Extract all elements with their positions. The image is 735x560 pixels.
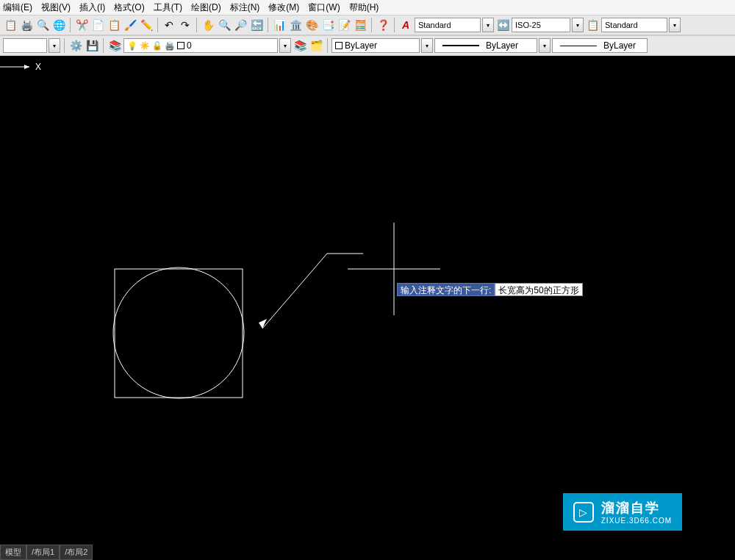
sheetset2-icon[interactable]: 📑 [320, 18, 335, 32]
layout-tabs: 模型 /布局1 /布局2 [0, 545, 93, 560]
dim-style-value: ISO-25 [515, 21, 541, 29]
preview-icon[interactable]: 🔍 [35, 18, 50, 32]
separator [371, 18, 372, 32]
toolpalettes-icon[interactable]: 🎨 [304, 18, 319, 32]
dimstyle-icon[interactable]: ↔️ [495, 18, 510, 32]
markup-icon[interactable]: 📝 [337, 18, 351, 32]
lineweight-value: ByLayer [603, 40, 636, 51]
workspace-settings-icon[interactable]: ⚙️ [68, 38, 83, 53]
text-style-select[interactable]: Standard [415, 18, 481, 32]
tab-layout2[interactable]: /布局2 [60, 545, 93, 560]
menu-view[interactable]: 视图(V) [41, 1, 71, 14]
table-style-select[interactable]: Standard [601, 18, 667, 32]
properties-icon[interactable]: 📊 [272, 18, 287, 32]
zoom-previous-icon[interactable]: 🔙 [249, 18, 264, 32]
menu-edit[interactable]: 编辑(E) [3, 1, 32, 14]
linetype-value: ByLayer [486, 40, 518, 51]
layer-manager-icon[interactable]: 📚 [107, 38, 122, 53]
ucs-icon: X [0, 56, 44, 78]
dropdown-arrow-icon[interactable]: ▾ [572, 18, 584, 32]
print-icon[interactable]: 🖨️ [19, 18, 34, 32]
layer-states-icon[interactable]: 🗂️ [309, 38, 323, 53]
textstyle-icon[interactable]: A [398, 18, 413, 32]
table-style-value: Standard [605, 21, 638, 29]
color-swatch [335, 42, 343, 49]
leader-arrowhead [259, 319, 267, 329]
designcenter-icon[interactable]: 🏛️ [288, 18, 303, 32]
layer-color-swatch [177, 42, 184, 49]
prompt-label: 输入注释文字的下一行: [397, 283, 495, 296]
separator [70, 18, 71, 32]
menu-dimension[interactable]: 标注(N) [230, 1, 260, 14]
copy-icon[interactable]: 📄 [90, 18, 105, 32]
dropdown-arrow-icon[interactable]: ▾ [482, 18, 494, 32]
workspace-select[interactable] [3, 38, 47, 53]
color-value: ByLayer [345, 40, 377, 51]
redo-icon[interactable]: ↷ [178, 18, 193, 32]
watermark-title: 溜溜自学 [601, 499, 672, 517]
separator [103, 38, 104, 53]
separator [196, 18, 197, 32]
workspace-save-icon[interactable]: 💾 [85, 38, 99, 53]
circle-entity [113, 268, 244, 398]
layer-select[interactable]: 💡 ☀️ 🔓 🖨️ 0 [123, 38, 278, 53]
cut-icon[interactable]: ✂️ [74, 18, 89, 32]
leader-entity [262, 254, 363, 329]
canvas-svg [0, 56, 735, 560]
menu-draw[interactable]: 绘图(D) [191, 1, 221, 14]
lineweight-preview [560, 46, 597, 46]
prompt-input[interactable]: 长宽高为50的正方形 [495, 283, 582, 296]
drawing-canvas[interactable]: 输入注释文字的下一行: 长宽高为50的正方形 X 模型 /布局1 /布局2 ▷ … [0, 56, 735, 560]
undo-icon[interactable]: ↶ [162, 18, 176, 32]
plot-icon: 🖨️ [165, 40, 175, 51]
tab-layout1[interactable]: /布局1 [26, 545, 60, 560]
menu-window[interactable]: 窗口(W) [308, 1, 340, 14]
quickcalc-icon[interactable]: 🧮 [353, 18, 368, 32]
menu-tools[interactable]: 工具(T) [154, 1, 182, 14]
sun-icon: ☀️ [140, 40, 150, 51]
menu-insert[interactable]: 插入(I) [79, 1, 105, 14]
linetype-select[interactable]: ByLayer [434, 38, 537, 53]
zoom-window-icon[interactable]: 🔎 [233, 18, 248, 32]
lightbulb-icon: 💡 [127, 40, 137, 51]
table-style-group: 📋 Standard ▾ [585, 18, 681, 32]
dim-style-group: ↔️ ISO-25 ▾ [495, 18, 584, 32]
dropdown-arrow-icon[interactable]: ▾ [421, 38, 433, 53]
layer-previous-icon[interactable]: 📚 [293, 38, 307, 53]
text-style-value: Standard [418, 21, 451, 29]
play-icon: ▷ [573, 502, 594, 523]
menu-format[interactable]: 格式(O) [114, 1, 144, 14]
svg-marker-1 [24, 65, 29, 69]
blockeditor-icon[interactable]: ✏️ [139, 18, 154, 32]
menu-bar: 编辑(E) 视图(V) 插入(I) 格式(O) 工具(T) 绘图(D) 标注(N… [0, 0, 735, 15]
watermark-url: ZIXUE.3D66.COM [601, 517, 672, 525]
separator [157, 18, 158, 32]
paste-icon[interactable]: 📋 [107, 18, 121, 32]
toolbar-main: 📋 🖨️ 🔍 🌐 ✂️ 📄 📋 🖌️ ✏️ ↶ ↷ ✋ 🔍 🔎 🔙 📊 🏛️ 🎨… [0, 15, 735, 35]
tablestyle-icon[interactable]: 📋 [585, 18, 600, 32]
publish-icon[interactable]: 🌐 [51, 18, 66, 32]
dropdown-arrow-icon[interactable]: ▾ [49, 38, 60, 53]
sheetset-icon[interactable]: 📋 [3, 18, 18, 32]
menu-help[interactable]: 帮助(H) [349, 1, 379, 14]
dynamic-input-prompt: 输入注释文字的下一行: 长宽高为50的正方形 [397, 283, 583, 296]
separator [268, 18, 268, 32]
watermark: ▷ 溜溜自学 ZIXUE.3D66.COM [563, 493, 682, 531]
help-icon[interactable]: ❓ [376, 18, 390, 32]
dropdown-arrow-icon[interactable]: ▾ [669, 18, 681, 32]
square-entity [115, 269, 243, 398]
text-style-group: A Standard ▾ [398, 18, 494, 32]
color-select[interactable]: ByLayer [331, 38, 420, 53]
separator [327, 38, 328, 53]
zoom-realtime-icon[interactable]: 🔍 [217, 18, 232, 32]
matchprop-icon[interactable]: 🖌️ [123, 18, 137, 32]
dropdown-arrow-icon[interactable]: ▾ [539, 38, 551, 53]
toolbar-layer: ▾ ⚙️ 💾 📚 💡 ☀️ 🔓 🖨️ 0 ▾ 📚 🗂️ ByLayer ▾ By… [0, 35, 735, 56]
menu-modify[interactable]: 修改(M) [268, 1, 299, 14]
dropdown-arrow-icon[interactable]: ▾ [279, 38, 291, 53]
separator [394, 18, 395, 32]
pan-icon[interactable]: ✋ [201, 18, 215, 32]
lineweight-select[interactable]: ByLayer [552, 38, 648, 53]
tab-model[interactable]: 模型 [0, 545, 26, 560]
dim-style-select[interactable]: ISO-25 [512, 18, 570, 32]
